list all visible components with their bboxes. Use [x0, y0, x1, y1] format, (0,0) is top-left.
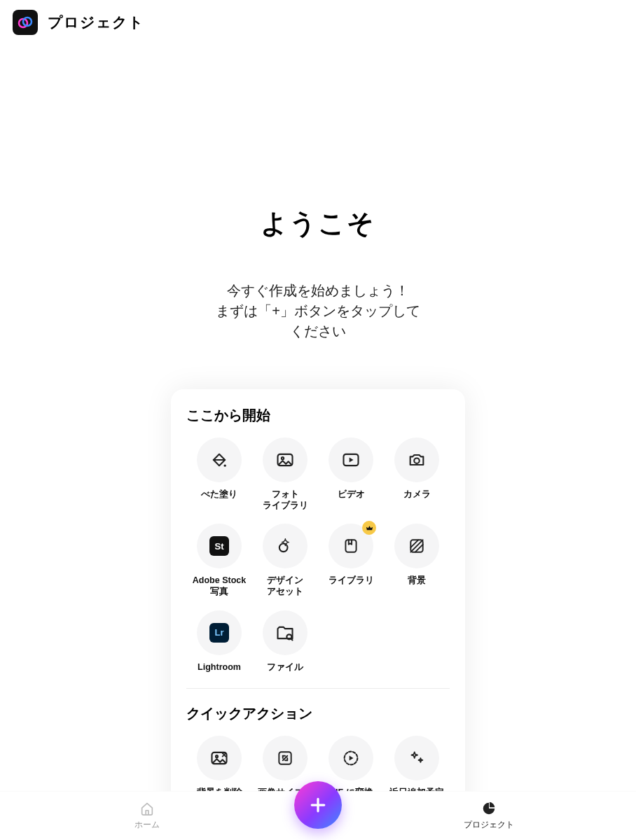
- nav-add-button[interactable]: [294, 781, 342, 829]
- home-icon: [139, 801, 155, 816]
- nav-home[interactable]: ホーム: [0, 801, 294, 831]
- nav-home-label: ホーム: [134, 819, 160, 831]
- gif-icon: [329, 736, 373, 780]
- premium-badge-icon: [362, 521, 376, 535]
- divider: [186, 688, 450, 689]
- design-assets-icon: [263, 524, 307, 568]
- tile-lightroom[interactable]: Lr Lightroom: [186, 608, 252, 679]
- photo-icon: [263, 438, 307, 482]
- welcome-block: ようこそ 今すぐ作成を始めましょう！ まずは「+」ボタンをタップして ください: [0, 206, 636, 342]
- tile-solid-color[interactable]: べた塗り: [186, 435, 252, 517]
- tile-photo-library[interactable]: フォト ライブラリ: [252, 435, 318, 517]
- tile-file[interactable]: ファイル: [252, 608, 318, 679]
- tile-adobe-stock[interactable]: St Adobe Stock 写真: [186, 521, 252, 603]
- tile-label: ビデオ: [338, 489, 365, 500]
- svg-point-2: [224, 465, 226, 467]
- plus-icon: [307, 794, 329, 816]
- tile-label: Adobe Stock 写真: [193, 575, 246, 597]
- header: プロジェクト: [0, 0, 636, 45]
- nav-projects-label: プロジェクト: [464, 819, 514, 831]
- start-here-heading: ここから開始: [186, 406, 450, 425]
- video-icon: [329, 438, 373, 482]
- camera-icon: [394, 438, 439, 482]
- stock-icon: St: [197, 524, 242, 568]
- welcome-title: ようこそ: [0, 206, 636, 241]
- tile-design-assets[interactable]: デザイン アセット: [252, 521, 318, 603]
- background-icon: [394, 524, 439, 568]
- page-title: プロジェクト: [48, 13, 144, 32]
- app-logo-icon: [13, 10, 38, 35]
- nav-projects[interactable]: プロジェクト: [342, 801, 636, 831]
- remove-bg-icon: [197, 736, 242, 780]
- tile-camera[interactable]: カメラ: [384, 435, 450, 517]
- svg-point-12: [216, 755, 218, 757]
- tile-label: べた塗り: [201, 489, 237, 500]
- tile-label: デザイン アセット: [267, 575, 303, 597]
- sparkle-icon: [394, 736, 439, 780]
- svg-point-7: [279, 544, 288, 552]
- start-panel: ここから開始 べた塗り フォト ライブラリ: [171, 389, 465, 826]
- file-icon: [263, 610, 307, 655]
- tile-label: フォト ライブラリ: [263, 489, 308, 511]
- tile-background[interactable]: 背景: [384, 521, 450, 603]
- tile-label: カメラ: [403, 489, 431, 500]
- welcome-subtitle: 今すぐ作成を始めましょう！ まずは「+」ボタンをタップして ください: [0, 281, 636, 342]
- tile-label: Lightroom: [198, 662, 241, 673]
- svg-point-4: [282, 457, 284, 459]
- resize-icon: [263, 736, 307, 780]
- projects-icon: [481, 801, 497, 816]
- start-grid: べた塗り フォト ライブラリ ビデオ: [186, 435, 450, 678]
- tile-label: ファイル: [267, 662, 303, 673]
- tile-library[interactable]: ライブラリ: [318, 521, 384, 603]
- svg-point-6: [414, 458, 419, 463]
- tile-label: ライブラリ: [329, 575, 374, 587]
- tile-label: 背景: [408, 575, 426, 587]
- paint-bucket-icon: [197, 438, 242, 482]
- lightroom-icon: Lr: [197, 610, 242, 655]
- quick-actions-heading: クイックアクション: [186, 704, 450, 723]
- tile-video[interactable]: ビデオ: [318, 435, 384, 517]
- library-icon: [329, 524, 373, 568]
- bottom-nav: ホーム プロジェクト: [0, 791, 636, 840]
- svg-rect-8: [345, 540, 356, 552]
